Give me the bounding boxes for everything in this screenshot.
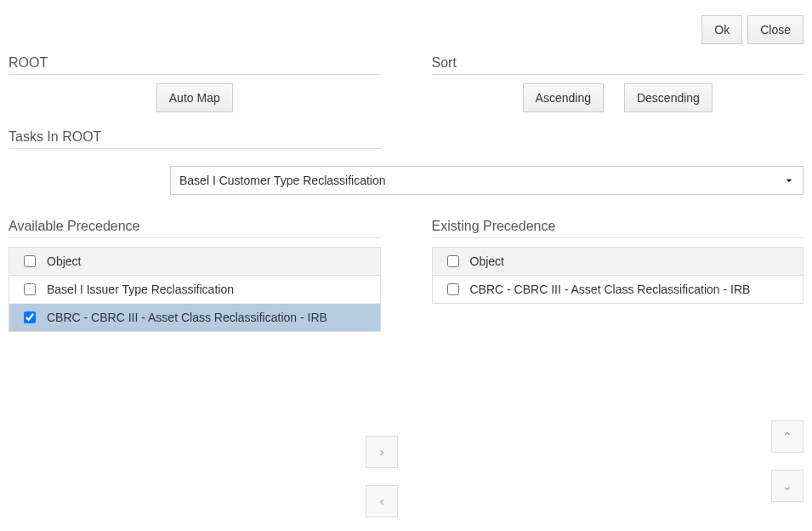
chevron-up-icon: ⌃ [782, 430, 792, 443]
root-label: ROOT [9, 55, 381, 75]
existing-table-header: Object [433, 248, 803, 276]
available-row-checkbox[interactable] [24, 283, 36, 295]
existing-row[interactable]: CBRC - CBRC III - Asset Class Reclassifi… [433, 276, 803, 303]
available-precedence-label: Available Precedence [9, 219, 381, 238]
chevron-down-icon: ⌄ [782, 479, 792, 493]
available-object-header: Object [43, 253, 373, 270]
chevron-right-icon: › [380, 445, 384, 459]
sort-label: Sort [432, 55, 804, 75]
available-row-checkbox[interactable] [24, 311, 36, 323]
tasks-select[interactable]: Basel I Customer Type Reclassification [170, 166, 803, 195]
tasks-in-root-label: Tasks In ROOT [9, 129, 381, 149]
existing-object-header: Object [467, 253, 797, 270]
available-table: Object Basel I Issuer Type Reclassificat… [9, 247, 381, 332]
existing-row-label: CBRC - CBRC III - Asset Class Reclassifi… [467, 281, 797, 298]
available-table-header: Object [9, 248, 380, 276]
available-row[interactable]: Basel I Issuer Type Reclassification [9, 276, 380, 304]
move-left-button[interactable]: ‹ [366, 485, 398, 517]
close-button[interactable]: Close [747, 15, 803, 44]
available-row[interactable]: CBRC - CBRC III - Asset Class Reclassifi… [9, 304, 380, 331]
existing-precedence-label: Existing Precedence [432, 219, 804, 238]
ascending-button[interactable]: Ascending [523, 83, 604, 112]
available-row-label: CBRC - CBRC III - Asset Class Reclassifi… [43, 309, 373, 326]
available-select-all-checkbox[interactable] [24, 255, 36, 267]
existing-table: Object CBRC - CBRC III - Asset Class Rec… [432, 247, 804, 304]
available-row-label: Basel I Issuer Type Reclassification [43, 281, 373, 298]
existing-row-checkbox[interactable] [447, 283, 459, 295]
move-down-button[interactable]: ⌄ [771, 470, 803, 502]
descending-button[interactable]: Descending [624, 83, 713, 112]
move-up-button[interactable]: ⌃ [771, 420, 803, 453]
auto-map-button[interactable]: Auto Map [156, 83, 233, 112]
ok-button[interactable]: Ok [701, 15, 742, 44]
existing-select-all-checkbox[interactable] [447, 255, 459, 267]
chevron-left-icon: ‹ [380, 494, 384, 508]
move-right-button[interactable]: › [366, 436, 398, 468]
